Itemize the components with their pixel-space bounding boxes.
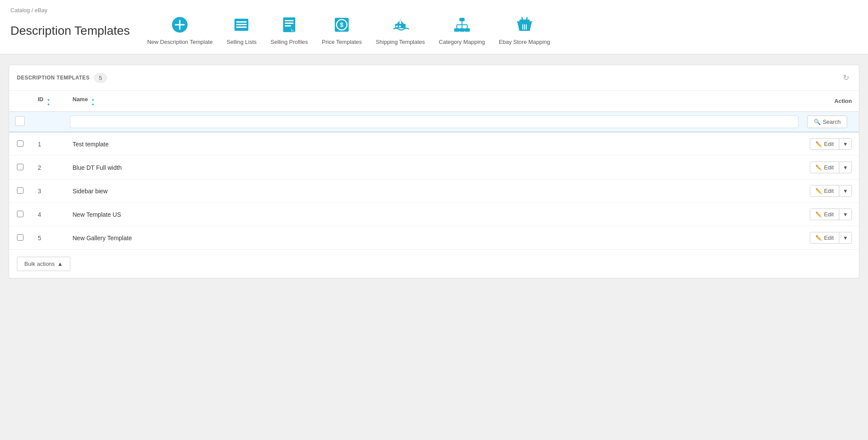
svg-text:$: $ bbox=[340, 21, 343, 28]
row-action-cell: ✏️ Edit ▼ bbox=[803, 203, 859, 226]
row-checkbox[interactable] bbox=[17, 234, 23, 241]
row-id: 1 bbox=[31, 132, 66, 156]
row-id: 4 bbox=[31, 203, 66, 226]
edit-button[interactable]: ✏️ Edit bbox=[810, 232, 839, 243]
name-search-input[interactable] bbox=[70, 116, 799, 128]
bulk-actions-arrow-icon: ▲ bbox=[57, 261, 63, 267]
id-sort-asc-icon: ▲ bbox=[47, 103, 50, 106]
pencil-icon: ✏️ bbox=[815, 165, 822, 171]
search-button[interactable]: 🔍 Search bbox=[807, 116, 847, 128]
row-checkbox[interactable] bbox=[17, 140, 23, 147]
edit-dropdown-button[interactable]: ▼ bbox=[839, 162, 851, 173]
row-checkbox[interactable] bbox=[17, 211, 23, 217]
svg-rect-10 bbox=[285, 25, 291, 26]
nav-item-new-description-template[interactable]: New Description Template bbox=[147, 16, 213, 45]
table-row: 1 Test template ✏️ Edit ▼ bbox=[9, 132, 859, 156]
th-checkbox bbox=[9, 91, 31, 112]
svg-rect-5 bbox=[236, 24, 247, 25]
nav-item-ebay-store-mapping[interactable]: Ebay Store Mapping bbox=[499, 16, 550, 45]
svg-rect-24 bbox=[465, 28, 470, 32]
th-name: Name ▼ ▲ bbox=[66, 91, 803, 112]
chevron-down-icon: ▼ bbox=[843, 165, 848, 171]
edit-button-group: ✏️ Edit ▼ bbox=[810, 208, 852, 220]
table-row: 2 Blue DT Full width ✏️ Edit ▼ bbox=[9, 156, 859, 179]
nav-item-category-mapping[interactable]: Category Mapping bbox=[439, 16, 485, 45]
edit-dropdown-button[interactable]: ▼ bbox=[839, 209, 851, 220]
svg-rect-20 bbox=[399, 26, 401, 27]
name-sort-asc-icon: ▲ bbox=[91, 103, 95, 106]
search-button-label: Search bbox=[823, 119, 841, 125]
edit-label: Edit bbox=[824, 164, 834, 171]
hierarchy-icon bbox=[453, 16, 471, 36]
chevron-down-icon: ▼ bbox=[843, 188, 848, 194]
document-icon bbox=[281, 16, 298, 36]
filter-id-cell bbox=[31, 112, 66, 132]
breadcrumb-catalog[interactable]: Catalog bbox=[10, 7, 30, 13]
refresh-button[interactable]: ↻ bbox=[841, 71, 851, 84]
edit-dropdown-button[interactable]: ▼ bbox=[839, 185, 851, 196]
page-title: Description Templates bbox=[10, 24, 130, 38]
row-name: New Gallery Template bbox=[66, 226, 803, 250]
filter-checkbox-cell bbox=[9, 112, 31, 132]
pencil-icon: ✏️ bbox=[815, 212, 822, 218]
edit-dropdown-button[interactable]: ▼ bbox=[839, 232, 851, 243]
filter-checkbox[interactable] bbox=[15, 116, 25, 126]
chevron-down-icon: ▼ bbox=[843, 235, 848, 241]
svg-rect-21 bbox=[459, 18, 465, 21]
name-sort-desc-icon: ▼ bbox=[91, 99, 95, 102]
table-row: 3 Sidebar biew ✏️ Edit ▼ bbox=[9, 179, 859, 203]
nav-label-selling-profiles: Selling Profiles bbox=[271, 39, 308, 45]
nav-item-selling-profiles[interactable]: Selling Profiles bbox=[271, 16, 308, 45]
svg-rect-4 bbox=[236, 21, 247, 23]
svg-rect-6 bbox=[236, 26, 247, 28]
pencil-icon: ✏️ bbox=[815, 235, 822, 241]
edit-button-group: ✏️ Edit ▼ bbox=[810, 232, 852, 244]
nav-item-price-templates[interactable]: $ Price Templates bbox=[322, 16, 362, 45]
chevron-down-icon: ▼ bbox=[843, 212, 848, 218]
list-icon bbox=[233, 16, 250, 36]
svg-rect-32 bbox=[519, 20, 530, 21]
bulk-actions-footer: Bulk actions ▲ bbox=[9, 249, 859, 278]
row-checkbox[interactable] bbox=[17, 164, 23, 170]
row-action-cell: ✏️ Edit ▼ bbox=[803, 179, 859, 203]
row-name: Test template bbox=[66, 132, 803, 156]
search-icon: 🔍 bbox=[814, 119, 821, 125]
edit-button[interactable]: ✏️ Edit bbox=[810, 162, 839, 173]
id-sort-desc-icon: ▼ bbox=[47, 99, 50, 102]
table-header-bar: DESCRIPTION TEMPLATES 5 ↻ bbox=[9, 65, 859, 91]
filter-search-cell: 🔍 Search bbox=[803, 112, 859, 132]
svg-rect-18 bbox=[399, 20, 401, 24]
edit-button[interactable]: ✏️ Edit bbox=[810, 209, 839, 220]
edit-button-group: ✏️ Edit ▼ bbox=[810, 138, 852, 150]
table-header-row: ID ▼ ▲ Name ▼ ▲ Action bbox=[9, 91, 859, 112]
ship-icon bbox=[392, 16, 409, 36]
name-sort-icons[interactable]: ▼ ▲ bbox=[91, 99, 95, 106]
svg-rect-8 bbox=[285, 20, 294, 21]
filter-name-cell bbox=[66, 112, 803, 132]
bulk-actions-button[interactable]: Bulk actions ▲ bbox=[17, 257, 70, 271]
nav-item-shipping-templates[interactable]: Shipping Templates bbox=[376, 16, 425, 45]
row-checkbox[interactable] bbox=[17, 187, 23, 194]
row-checkbox-cell bbox=[9, 203, 31, 226]
table-container: DESCRIPTION TEMPLATES 5 ↻ ID ▼ ▲ bbox=[9, 65, 859, 278]
edit-button[interactable]: ✏️ Edit bbox=[810, 139, 839, 149]
main-content: DESCRIPTION TEMPLATES 5 ↻ ID ▼ ▲ bbox=[0, 54, 868, 289]
row-name: New Template US bbox=[66, 203, 803, 226]
svg-rect-23 bbox=[459, 28, 465, 32]
count-badge: 5 bbox=[94, 73, 107, 83]
edit-label: Edit bbox=[824, 235, 834, 241]
nav-item-selling-lists[interactable]: Selling Lists bbox=[227, 16, 257, 45]
row-checkbox-cell bbox=[9, 132, 31, 156]
nav-label-selling-lists: Selling Lists bbox=[227, 39, 257, 45]
id-sort-icons[interactable]: ▼ ▲ bbox=[47, 99, 50, 106]
th-id: ID ▼ ▲ bbox=[31, 91, 66, 112]
row-name: Sidebar biew bbox=[66, 179, 803, 203]
edit-dropdown-button[interactable]: ▼ bbox=[839, 139, 851, 149]
plus-circle-icon bbox=[171, 16, 188, 36]
row-id: 3 bbox=[31, 179, 66, 203]
breadcrumb-separator: / bbox=[31, 7, 34, 13]
svg-rect-22 bbox=[454, 28, 459, 32]
edit-button[interactable]: ✏️ Edit bbox=[810, 185, 839, 196]
top-bar: Catalog / eBay Description Templates New… bbox=[0, 0, 868, 54]
row-id: 5 bbox=[31, 226, 66, 250]
